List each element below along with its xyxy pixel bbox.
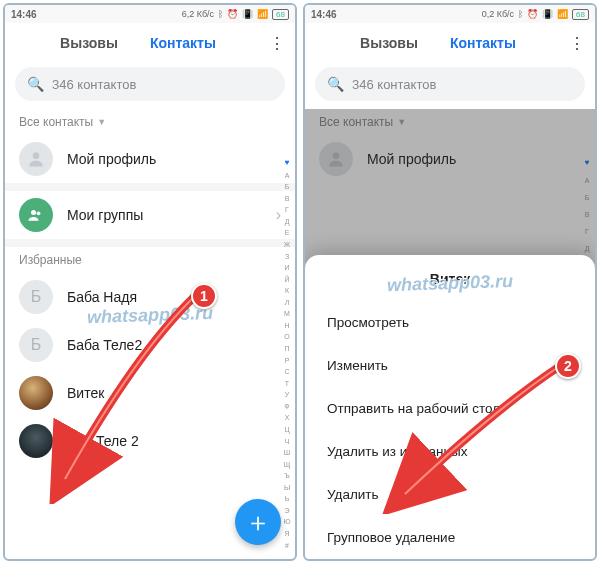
search-icon: 🔍 bbox=[27, 76, 44, 92]
sheet-item-send-to-desktop[interactable]: Отправить на рабочий стол bbox=[305, 387, 595, 430]
tab-calls[interactable]: Вызовы bbox=[56, 27, 122, 59]
status-net: 6,2 Кб/с bbox=[182, 9, 214, 19]
list-item[interactable]: Витек bbox=[5, 369, 295, 417]
alpha-index-letter[interactable]: О bbox=[281, 333, 293, 340]
tab-contacts[interactable]: Контакты bbox=[446, 27, 520, 59]
battery-icon: 68 bbox=[272, 9, 289, 20]
alarm-icon: ⏰ bbox=[527, 9, 538, 19]
alpha-index-letter[interactable]: Т bbox=[281, 380, 293, 387]
sheet-item-edit[interactable]: Изменить bbox=[305, 344, 595, 387]
avatar bbox=[19, 424, 53, 458]
alpha-index-letter[interactable]: Ц bbox=[281, 426, 293, 433]
bluetooth-icon: ᛒ bbox=[218, 9, 223, 19]
alpha-index-letter[interactable]: Э bbox=[281, 507, 293, 514]
sheet-item-group-delete[interactable]: Групповое удаление bbox=[305, 516, 595, 559]
alpha-index-letter[interactable]: И bbox=[281, 264, 293, 271]
sheet-title: Витек bbox=[305, 261, 595, 301]
sheet-item-view[interactable]: Просмотреть bbox=[305, 301, 595, 344]
tab-calls[interactable]: Вызовы bbox=[356, 27, 422, 59]
search-placeholder: 346 контактов bbox=[352, 77, 436, 92]
statusbar: 14:46 0,2 Кб/с ᛒ ⏰ 📳 📶 68 bbox=[305, 5, 595, 23]
row-my-groups[interactable]: Мои группы › bbox=[5, 191, 295, 239]
status-time: 14:46 bbox=[311, 9, 337, 20]
search-icon: 🔍 bbox=[327, 76, 344, 92]
status-icons: 0,2 Кб/с ᛒ ⏰ 📳 📶 68 bbox=[482, 9, 589, 20]
avatar: Б bbox=[19, 280, 53, 314]
alpha-index-letter[interactable]: У bbox=[281, 391, 293, 398]
search-input[interactable]: 🔍 346 контактов bbox=[15, 67, 285, 101]
status-time: 14:46 bbox=[11, 9, 37, 20]
alpha-index-letter[interactable]: Х bbox=[281, 414, 293, 421]
alpha-index-letter[interactable]: # bbox=[281, 542, 293, 549]
alpha-index-letter[interactable]: К bbox=[281, 287, 293, 294]
chevron-down-icon: ▼ bbox=[97, 117, 106, 127]
alpha-index-letter[interactable]: Ж bbox=[281, 241, 293, 248]
alpha-index-letter[interactable]: Е bbox=[281, 229, 293, 236]
status-net: 0,2 Кб/с bbox=[482, 9, 514, 19]
alpha-index-letter[interactable]: Ш bbox=[281, 449, 293, 456]
alpha-index-letter[interactable]: Й bbox=[281, 276, 293, 283]
svg-point-0 bbox=[33, 152, 40, 159]
alpha-index-letter[interactable]: Р bbox=[281, 357, 293, 364]
search-placeholder: 346 контактов bbox=[52, 77, 136, 92]
annotation-marker-1: 1 bbox=[191, 283, 217, 309]
alpha-index-letter[interactable]: П bbox=[281, 345, 293, 352]
alpha-index-letter[interactable]: Г bbox=[281, 206, 293, 213]
alpha-index-letter[interactable]: Л bbox=[281, 299, 293, 306]
alpha-index-letter[interactable]: А bbox=[281, 172, 293, 179]
section-all-contacts[interactable]: Все контакты ▼ bbox=[5, 109, 295, 135]
phone-left: 14:46 6,2 Кб/с ᛒ ⏰ 📳 📶 68 Вызовы Контакт… bbox=[3, 3, 297, 561]
alpha-index-letter[interactable]: Н bbox=[281, 322, 293, 329]
alpha-index-letter[interactable]: Д bbox=[281, 218, 293, 225]
alpha-index-letter[interactable]: Ы bbox=[281, 484, 293, 491]
alpha-index-letter[interactable]: Б bbox=[281, 183, 293, 190]
status-icons: 6,2 Кб/с ᛒ ⏰ 📳 📶 68 bbox=[182, 9, 289, 20]
battery-icon: 68 bbox=[572, 9, 589, 20]
list-item[interactable]: Б Баба Теле2 bbox=[5, 321, 295, 369]
content: Все контакты ▼ Мой профиль ♥АБВГДЕ Витек… bbox=[305, 109, 595, 559]
row-my-profile[interactable]: Мой профиль bbox=[5, 135, 295, 183]
alpha-index-letter[interactable]: Щ bbox=[281, 461, 293, 468]
alpha-index-letter[interactable]: Ч bbox=[281, 438, 293, 445]
wifi-icon: 📶 bbox=[557, 9, 568, 19]
tabs: Вызовы Контакты bbox=[311, 27, 565, 59]
sheet-item-remove-favorite[interactable]: Удалить из избранных bbox=[305, 430, 595, 473]
fab-add-button[interactable]: ＋ bbox=[235, 499, 281, 545]
content: Все контакты ▼ Мой профиль Мои группы › … bbox=[5, 109, 295, 559]
phone-right: 14:46 0,2 Кб/с ᛒ ⏰ 📳 📶 68 Вызовы Контакт… bbox=[303, 3, 597, 561]
menu-icon[interactable]: ⋮ bbox=[265, 34, 289, 53]
list-item[interactable]: Дед Теле 2 bbox=[5, 417, 295, 465]
svg-point-1 bbox=[31, 210, 36, 215]
alpha-index-letter[interactable]: З bbox=[281, 253, 293, 260]
statusbar: 14:46 6,2 Кб/с ᛒ ⏰ 📳 📶 68 bbox=[5, 5, 295, 23]
section-favorites: Избранные bbox=[5, 247, 295, 273]
avatar bbox=[19, 376, 53, 410]
list-item[interactable]: Б Баба Надя bbox=[5, 273, 295, 321]
avatar: Б bbox=[19, 328, 53, 362]
tabs: Вызовы Контакты bbox=[11, 27, 265, 59]
alpha-index[interactable]: ♥АБВГДЕЖЗИЙКЛМНОПРСТУФХЦЧШЩЪЫЬЭЮЯ# bbox=[281, 159, 293, 549]
alarm-icon: ⏰ bbox=[227, 9, 238, 19]
person-icon bbox=[19, 142, 53, 176]
sheet-item-delete[interactable]: Удалить bbox=[305, 473, 595, 516]
alpha-index-letter[interactable]: С bbox=[281, 368, 293, 375]
group-icon bbox=[19, 198, 53, 232]
svg-point-2 bbox=[37, 211, 41, 215]
alpha-index-letter[interactable]: Ю bbox=[281, 518, 293, 525]
tab-contacts[interactable]: Контакты bbox=[146, 27, 220, 59]
wifi-icon: 📶 bbox=[257, 9, 268, 19]
header: Вызовы Контакты ⋮ bbox=[305, 23, 595, 63]
alpha-index-letter[interactable]: Ь bbox=[281, 495, 293, 502]
alpha-index-letter[interactable]: Ъ bbox=[281, 472, 293, 479]
header: Вызовы Контакты ⋮ bbox=[5, 23, 295, 63]
alpha-index-letter[interactable]: Ф bbox=[281, 403, 293, 410]
alpha-index-letter[interactable]: ♥ bbox=[281, 159, 293, 167]
alpha-index-letter[interactable]: Я bbox=[281, 530, 293, 537]
vibrate-icon: 📳 bbox=[542, 9, 553, 19]
divider bbox=[5, 183, 295, 191]
annotation-marker-2: 2 bbox=[555, 353, 581, 379]
alpha-index-letter[interactable]: В bbox=[281, 195, 293, 202]
search-input[interactable]: 🔍 346 контактов bbox=[315, 67, 585, 101]
menu-icon[interactable]: ⋮ bbox=[565, 34, 589, 53]
alpha-index-letter[interactable]: М bbox=[281, 310, 293, 317]
